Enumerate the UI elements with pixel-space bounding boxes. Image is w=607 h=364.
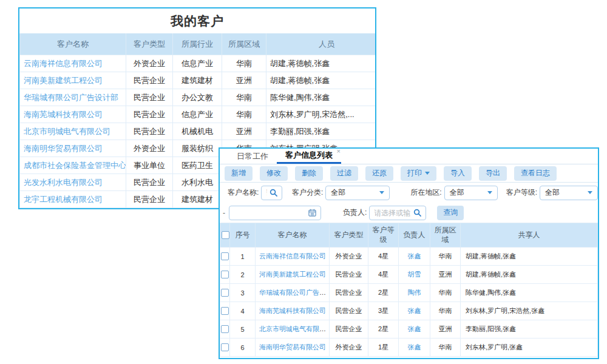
table-row: 1云南海祥信息有限公司外资企业4星张鑫华南胡建,蒋德帧,张鑫 — [220, 248, 598, 266]
date-input-wrap — [229, 206, 321, 220]
filter-row-2: - 负责人: 查询 — [220, 203, 598, 223]
column-header: 人员 — [266, 33, 377, 55]
customer-list-table: 序号客户名称客户类型客户等级负责人所属区域共享人 1云南海祥信息有限公司外资企业… — [220, 223, 598, 357]
customer-name-link[interactable]: 华瑞城有限公司广告设计部 — [24, 93, 118, 102]
search-icon[interactable] — [413, 209, 421, 217]
owner-cell: 胡雪 — [399, 266, 430, 284]
owner-link[interactable]: 张鑫 — [408, 325, 421, 332]
checkbox-header — [220, 223, 230, 248]
owner-link[interactable]: 张鑫 — [408, 307, 421, 314]
owner-input[interactable] — [374, 209, 411, 217]
restore-button[interactable]: 还原 — [365, 166, 393, 181]
checkbox-cell — [220, 320, 230, 339]
row-number-cell: 2 — [230, 266, 256, 284]
tab-customer-info-list[interactable]: 客户信息列表× — [277, 149, 341, 164]
button-label: 打印 — [407, 168, 422, 178]
owner-link[interactable]: 张鑫 — [408, 252, 421, 260]
table-row: 5北京市明城电气有限公司民营企业2星张鑫亚洲李勤丽,阳强,张鑫 — [220, 320, 598, 339]
customer-name-cell: 光发水利水电有限公司 — [20, 174, 126, 191]
customer-name-link[interactable]: 海南芜城科技有限公司 — [24, 110, 103, 119]
owner-label: 负责人: — [343, 207, 367, 218]
customer-name-link[interactable]: 光发水利水电有限公司 — [24, 178, 103, 187]
cell: 华南 — [222, 55, 266, 72]
query-button[interactable]: 查询 — [437, 206, 464, 220]
cell: 民营企业 — [126, 72, 173, 89]
customer-category-label: 客户分类: — [292, 187, 323, 198]
customer-name-link[interactable]: 海南明华贸易有限公司 — [259, 343, 326, 351]
customer-name-link[interactable]: 海南芜城科技有限公司 — [259, 307, 326, 314]
cell: 民营企业 — [126, 191, 173, 208]
table-row: 北京市明城电气有限公司民营企业机械机电亚洲李勤丽,阳强,张鑫 — [20, 123, 377, 140]
customer-name-link[interactable]: 成都市社会保险基金管理中心 — [24, 161, 126, 170]
cell: 民营企业 — [126, 123, 173, 140]
select-all-checkbox[interactable] — [222, 231, 229, 239]
column-header: 所属区域 — [430, 223, 461, 248]
chevron-down-icon — [588, 191, 592, 194]
export-button[interactable]: 导出 — [479, 166, 507, 181]
row-checkbox[interactable] — [221, 325, 229, 333]
cell: 服装纺织 — [173, 140, 222, 157]
shared-cell: 刘东林,罗广明,宋浩然,张鑫 — [461, 302, 598, 320]
customer-name-link[interactable]: 华瑞城有限公司广告设计部 — [259, 289, 330, 296]
print-button[interactable]: 打印 — [401, 166, 436, 181]
view-log-button[interactable]: 查看日志 — [514, 166, 557, 181]
calendar-icon[interactable] — [308, 209, 316, 217]
cell: 亚洲 — [222, 72, 266, 89]
row-checkbox[interactable] — [221, 289, 229, 297]
customer-category-select[interactable]: 全部 — [325, 186, 390, 200]
customer-name-link[interactable]: 云南海祥信息有限公司 — [259, 252, 326, 260]
region-cell: 华南 — [430, 248, 461, 266]
region-cell: 华南 — [430, 284, 461, 302]
cell: 事业单位 — [126, 157, 173, 174]
shared-cell: 陈华健,陶伟,张鑫 — [461, 284, 598, 302]
owner-cell: 陶伟 — [399, 284, 430, 302]
tab-daily-work[interactable]: 日常工作 — [228, 149, 277, 164]
button-label: 导出 — [486, 168, 500, 178]
edit-button[interactable]: 修改 — [260, 166, 288, 181]
customer-name-link[interactable]: 河南美新建筑工程公司 — [259, 271, 326, 278]
table-row: 华瑞城有限公司广告设计部民营企业办公文教华南陈华健,陶伟,张鑫 — [20, 89, 377, 106]
date-input[interactable] — [234, 209, 306, 217]
import-button[interactable]: 导入 — [444, 166, 472, 181]
customer-name-link[interactable]: 龙宇工程机械有限公司 — [24, 195, 103, 204]
customer-name-input[interactable] — [266, 189, 267, 197]
customer-level-select[interactable]: 全部 — [540, 186, 598, 200]
customer-name-cell: 河南美新建筑工程公司 — [256, 266, 330, 284]
customer-type-cell: 外资企业 — [330, 248, 368, 266]
owner-link[interactable]: 胡雪 — [408, 271, 421, 278]
customer-list-window: 日常工作客户信息列表× 新增修改删除过滤还原打印导入导出查看日志 客户名称: 客… — [219, 147, 599, 359]
customer-name-link[interactable]: 北京市明城电气有限公司 — [24, 127, 110, 136]
customer-name-link[interactable]: 河南美新建筑工程公司 — [24, 76, 103, 85]
customer-name-cell: 海南明华贸易有限公司 — [256, 339, 330, 357]
row-checkbox[interactable] — [221, 343, 229, 351]
owner-link[interactable]: 张鑫 — [408, 343, 421, 351]
customer-name-link[interactable]: 北京市明城电气有限公司 — [259, 325, 330, 332]
column-header: 共享人 — [461, 223, 598, 248]
shared-cell: 胡建,蒋德帧,张鑫 — [461, 266, 598, 284]
close-icon[interactable]: × — [337, 148, 341, 155]
customer-name-cell: 河南美新建筑工程公司 — [20, 72, 126, 89]
row-checkbox[interactable] — [221, 252, 229, 260]
district-label: 所在地区: — [410, 187, 441, 198]
cell: 建筑建材 — [173, 191, 222, 208]
row-checkbox[interactable] — [221, 271, 229, 278]
row-checkbox[interactable] — [221, 307, 229, 315]
customer-name-input-wrap — [261, 186, 282, 200]
button-label: 修改 — [266, 168, 281, 178]
delete-button[interactable]: 删除 — [295, 166, 323, 181]
add-button[interactable]: 新增 — [225, 166, 253, 181]
customer-name-cell: 海南明华贸易有限公司 — [20, 140, 126, 157]
table-row: 6海南明华贸易有限公司外资企业1星张鑫华南刘东林,罗广明,张鑫 — [220, 339, 598, 357]
customer-name-link[interactable]: 海南明华贸易有限公司 — [24, 144, 103, 153]
filter-button[interactable]: 过滤 — [330, 166, 358, 181]
district-select[interactable]: 全部 — [444, 186, 498, 200]
owner-link[interactable]: 陶伟 — [408, 289, 421, 296]
cell: 李勤丽,阳强,张鑫 — [266, 123, 377, 140]
chevron-down-icon — [379, 191, 384, 194]
customer-name-link[interactable]: 云南海祥信息有限公司 — [24, 59, 103, 68]
search-icon[interactable] — [270, 189, 277, 197]
region-cell: 亚洲 — [430, 266, 461, 284]
cell: 华南 — [222, 89, 266, 106]
my-customers-title: 我的客户 — [19, 8, 375, 33]
column-header: 客户名称 — [256, 223, 330, 248]
